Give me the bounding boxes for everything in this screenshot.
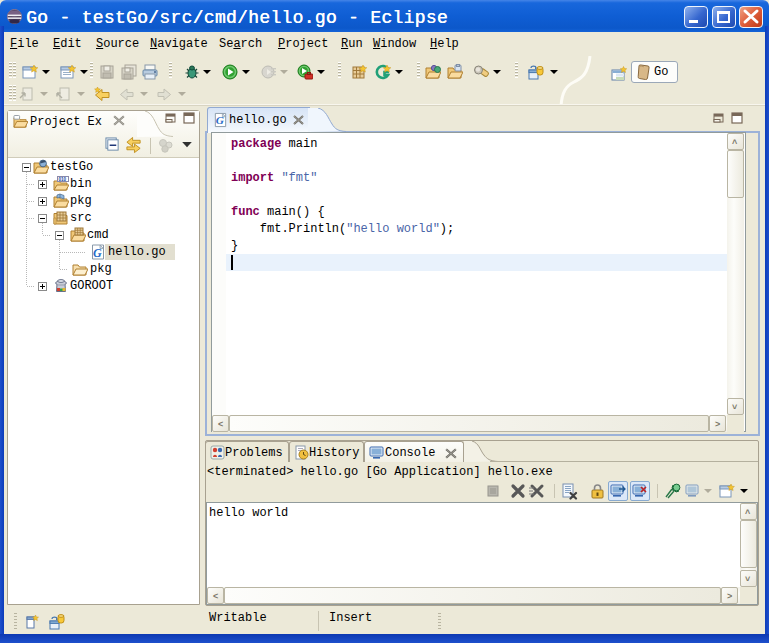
- svg-text:G: G: [93, 246, 102, 260]
- svg-text:010: 010: [59, 177, 67, 182]
- svg-text:G: G: [216, 114, 224, 126]
